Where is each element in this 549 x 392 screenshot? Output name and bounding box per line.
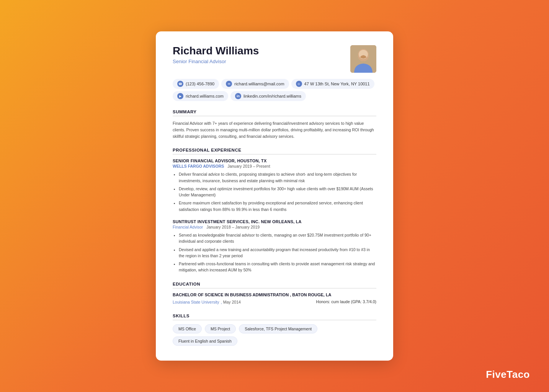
edu-school-line: Louisiana State University , May 2014	[173, 298, 241, 305]
avatar-image	[350, 45, 376, 73]
contact-row-2: ▶ richard.williams.com in linkedin.com/i…	[173, 91, 376, 101]
email-text: richard.williams@mail.com	[234, 82, 284, 86]
skills-section: SKILLS MS Office MS Project Salesforce, …	[173, 314, 376, 346]
edu-sub: Louisiana State University , May 2014 Ho…	[173, 298, 376, 305]
job-2-bullet-1: Served as knowledgeable financial adviso…	[179, 232, 376, 245]
linkedin-icon: in	[235, 93, 241, 99]
summary-heading: SUMMARY	[173, 109, 376, 116]
summary-text: Financial Advisor with 7+ years of exper…	[173, 120, 376, 139]
resume-header: Richard Williams Senior Financial Adviso…	[173, 45, 376, 73]
phone-badge: ☎ (123) 456-7890	[173, 79, 219, 89]
edu-honors: Honors: cum laude (GPA: 3.7/4.0)	[316, 299, 376, 304]
website-icon: ▶	[177, 93, 183, 99]
edu-block: BACHELOR OF SCIENCE IN BUSINESS ADMINIST…	[173, 292, 376, 305]
job-1-bullet-3: Ensure maximum client satisfaction by pr…	[179, 200, 376, 212]
skill-4: Fluent in English and Spanish	[173, 336, 237, 346]
job-1-bullet-2: Develop, review, and optimize investment…	[179, 186, 376, 198]
job-1-bullet-1: Deliver financial advice to clients, pro…	[179, 171, 376, 184]
address-badge: ⊙ 47 W 13th St, New York, NY 10011	[291, 79, 374, 89]
skill-3: Salesforce, TFS Project Management	[239, 324, 317, 333]
job-1-title: SENIOR FINANCIAL ADVISOR, Houston, TX	[173, 158, 376, 163]
edu-degree: BACHELOR OF SCIENCE IN BUSINESS ADMINIST…	[173, 292, 376, 297]
skills-row: MS Office MS Project Salesforce, TFS Pro…	[173, 324, 376, 346]
job-2-bullet-2: Devised and applied a new training and a…	[179, 247, 376, 259]
header-text: Richard Williams Senior Financial Adviso…	[173, 45, 259, 64]
contact-row: ☎ (123) 456-7890 ✉ richard.williams@mail…	[173, 79, 376, 89]
job-1-company: WELLS FARGO ADVISORS	[173, 164, 224, 168]
skills-heading: SKILLS	[173, 314, 376, 320]
linkedin-text: linkedin.com/in/richard.williams	[243, 94, 301, 98]
education-heading: EDUCATION	[173, 282, 376, 289]
summary-section: SUMMARY Financial Advisor with 7+ years …	[173, 109, 376, 139]
email-icon: ✉	[226, 81, 232, 87]
candidate-name: Richard Williams	[173, 45, 259, 57]
experience-heading: PROFESSIONAL EXPERIENCE	[173, 148, 376, 155]
email-badge: ✉ richard.williams@mail.com	[221, 79, 289, 89]
location-icon: ⊙	[296, 81, 302, 87]
job-2: SUNTRUST INVESTMENT SERVICES, INC. New O…	[173, 219, 376, 273]
job-2-bullet-3: Partnered with cross-functional teams in…	[179, 261, 376, 273]
job-1-company-line: WELLS FARGO ADVISORS January 2019 – Pres…	[173, 164, 376, 168]
experience-section: PROFESSIONAL EXPERIENCE SENIOR FINANCIAL…	[173, 148, 376, 273]
job-2-company: Financial Advisor	[173, 225, 203, 229]
website-text: richard.williams.com	[186, 94, 224, 98]
skill-2: MS Project	[205, 324, 236, 333]
phone-text: (123) 456-7890	[186, 82, 214, 86]
brand-name: FiveTaco	[486, 369, 530, 380]
edu-school: Louisiana State University	[173, 300, 219, 304]
job-2-dates: January 2018 – January 2019	[204, 225, 260, 229]
candidate-title: Senior Financial Advisor	[173, 59, 259, 64]
skill-1: MS Office	[173, 324, 202, 333]
resume-card: Richard Williams Senior Financial Adviso…	[156, 31, 393, 361]
phone-icon: ☎	[177, 81, 183, 87]
fivetaco-logo: FiveTaco	[486, 369, 530, 381]
linkedin-badge: in linkedin.com/in/richard.williams	[230, 91, 306, 101]
job-2-title: SUNTRUST INVESTMENT SERVICES, INC. New O…	[173, 219, 376, 224]
job-1-dates: January 2019 – Present	[225, 164, 270, 168]
job-1-bullets: Deliver financial advice to clients, pro…	[173, 171, 376, 212]
education-section: EDUCATION BACHELOR OF SCIENCE IN BUSINES…	[173, 282, 376, 305]
job-1: SENIOR FINANCIAL ADVISOR, Houston, TX WE…	[173, 158, 376, 212]
address-text: 47 W 13th St, New York, NY 10011	[304, 82, 370, 86]
job-2-bullets: Served as knowledgeable financial adviso…	[173, 232, 376, 273]
job-2-company-line: Financial Advisor January 2018 – January…	[173, 225, 376, 229]
edu-date: , May 2014	[221, 300, 241, 304]
avatar	[350, 45, 376, 73]
website-badge: ▶ richard.williams.com	[173, 91, 228, 101]
